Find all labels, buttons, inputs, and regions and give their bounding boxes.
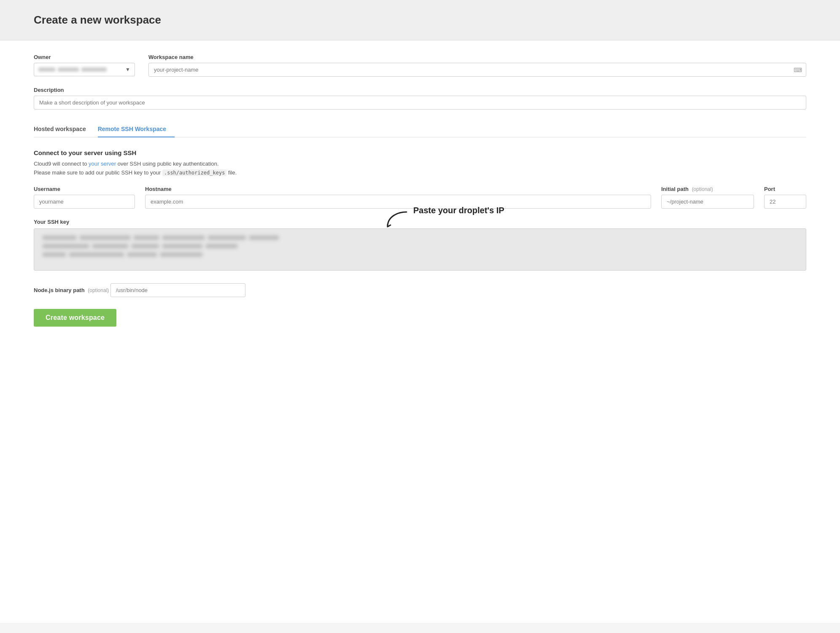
- authorized-keys-code: .ssh/authorized_keys: [162, 169, 227, 176]
- description-input[interactable]: [34, 96, 806, 110]
- ssh-key-blurred-content: [43, 236, 797, 257]
- port-group: Port: [764, 186, 806, 209]
- username-label: Username: [34, 186, 135, 192]
- description-group: Description: [34, 87, 806, 110]
- key-block: [92, 244, 128, 248]
- key-block: [43, 244, 89, 248]
- blurred-block-2: [58, 67, 79, 72]
- username-group: Username: [34, 186, 135, 209]
- key-block: [162, 236, 205, 240]
- hostname-wrapper: Paste your droplet's IP: [145, 195, 651, 209]
- owner-dropdown[interactable]: ▼: [34, 63, 135, 76]
- nodejs-group: Node.js binary path (optional): [34, 281, 806, 297]
- nodejs-optional: (optional): [88, 287, 109, 293]
- page-title: Create a new workspace: [34, 13, 806, 27]
- hostname-input[interactable]: [145, 195, 651, 209]
- key-block: [162, 244, 202, 248]
- owner-blurred-value: [38, 67, 107, 72]
- workspace-name-input[interactable]: [148, 63, 806, 77]
- port-input[interactable]: [764, 195, 806, 209]
- ssh-key-label: Your SSH key: [34, 219, 806, 225]
- ssh-key-line-3: [43, 252, 797, 257]
- hostname-group: Hostname Paste your droplet's IP: [145, 186, 651, 209]
- ssh-section: Connect to your server using SSH Cloud9 …: [34, 149, 806, 327]
- key-block: [134, 236, 159, 240]
- create-workspace-button[interactable]: Create workspace: [34, 309, 116, 327]
- blurred-block-1: [38, 67, 55, 72]
- description-label: Description: [34, 87, 806, 93]
- key-block: [43, 236, 76, 240]
- workspace-name-group: Workspace name ⌨: [148, 54, 806, 77]
- nodejs-label: Node.js binary path (optional): [34, 287, 110, 293]
- owner-workspace-row: Owner ▼ Workspace name ⌨: [34, 54, 806, 77]
- key-block: [69, 252, 124, 257]
- initial-path-group: Initial path (optional): [661, 186, 754, 209]
- workspace-name-label: Workspace name: [148, 54, 806, 60]
- key-block: [132, 244, 159, 248]
- hostname-label: Hostname: [145, 186, 651, 192]
- owner-label: Owner: [34, 54, 135, 60]
- keyboard-icon: ⌨: [794, 67, 802, 73]
- ssh-fields-row: Username Hostname Paste your droplet's I…: [34, 186, 806, 209]
- ssh-key-line-1: [43, 236, 797, 240]
- ssh-section-title: Connect to your server using SSH: [34, 149, 806, 156]
- ssh-key-line-2: [43, 244, 797, 248]
- key-block: [127, 252, 157, 257]
- initial-path-label: Initial path (optional): [661, 186, 754, 192]
- port-label: Port: [764, 186, 806, 192]
- workspace-name-input-wrap: ⌨: [148, 63, 806, 77]
- your-server-link[interactable]: your server: [89, 161, 116, 167]
- workspace-tabs: Hosted workspace Remote SSH Workspace: [34, 121, 806, 137]
- initial-path-optional: (optional): [692, 186, 713, 192]
- nodejs-path-input[interactable]: [110, 283, 245, 297]
- initial-path-input[interactable]: [661, 195, 754, 209]
- ssh-description: Cloud9 will connect to your server over …: [34, 160, 806, 177]
- owner-group: Owner ▼: [34, 54, 135, 77]
- ssh-key-box: [34, 228, 806, 271]
- tab-hosted-workspace[interactable]: Hosted workspace: [34, 121, 94, 137]
- key-block: [160, 252, 202, 257]
- key-block: [206, 244, 237, 248]
- username-input[interactable]: [34, 195, 135, 209]
- key-block: [43, 252, 66, 257]
- blurred-block-3: [81, 67, 107, 72]
- tab-remote-ssh-workspace[interactable]: Remote SSH Workspace: [98, 121, 175, 137]
- chevron-down-icon: ▼: [125, 67, 130, 72]
- key-block: [208, 236, 246, 240]
- page-header: Create a new workspace: [0, 0, 840, 40]
- key-block: [80, 236, 130, 240]
- key-block: [249, 236, 279, 240]
- main-content: Owner ▼ Workspace name ⌨ Description: [0, 40, 840, 623]
